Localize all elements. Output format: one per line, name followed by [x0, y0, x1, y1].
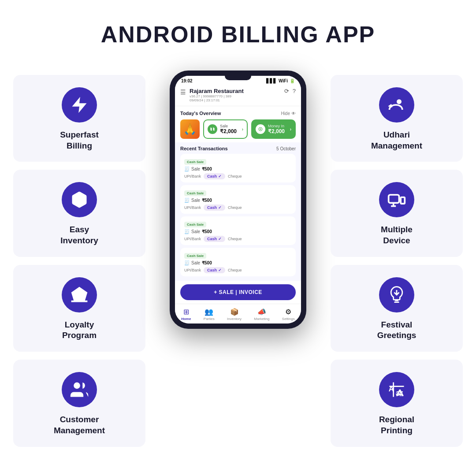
overview-section: Today's Overview Hide 👁 🙏	[175, 106, 301, 142]
tx-cheque-3: Cheque	[228, 237, 242, 241]
tx-amount-4: ₹500	[202, 260, 212, 265]
money-arrow-icon: ›	[290, 127, 291, 132]
app-version: v36.27 | 9998887770 | 389	[190, 94, 244, 98]
signal-icon: ▋▋▋	[266, 78, 277, 83]
sale-arrow-icon: ›	[242, 127, 243, 132]
tx-amount-1: ₹500	[202, 167, 212, 171]
tx-sale-row-1: 🧾 Sale ₹500	[184, 167, 292, 171]
tx-upi-2: UPI/Bank	[184, 205, 201, 210]
tx-cheque-2: Cheque	[228, 205, 242, 210]
status-time: 19:02	[181, 78, 193, 83]
nav-item-home[interactable]: ⊞ Home	[181, 308, 191, 321]
money-in-label: Money In	[268, 124, 285, 128]
multiple-device-label: MultipleDevice	[381, 224, 413, 246]
tx-amount-3: ₹500	[202, 229, 212, 234]
nav-item-parties[interactable]: 👥 Parties	[204, 308, 215, 321]
transaction-item-4[interactable]: Cash Sale 🧾 Sale ₹500 UPI/Bank Cash ✓ Ch…	[180, 248, 296, 276]
svg-point-1	[74, 291, 77, 294]
feature-card-multiple-device: MultipleDevice	[331, 170, 463, 257]
marketing-nav-icon: 📣	[257, 308, 266, 316]
nav-item-marketing[interactable]: 📣 Marketing	[254, 308, 269, 321]
easy-inventory-label: EasyInventory	[60, 224, 98, 246]
transaction-item-2[interactable]: Cash Sale 🧾 Sale ₹500 UPI/Bank Cash ✓ Ch…	[180, 185, 296, 214]
overview-cards: 🙏 Sale ₹2,000	[180, 119, 296, 139]
overview-title-row: Today's Overview Hide 👁	[180, 111, 296, 116]
transaction-item-1[interactable]: Cash Sale 🧾 Sale ₹500 UPI/Bank Cash ✓ Ch…	[180, 154, 296, 182]
sale-label: Sale	[220, 124, 237, 128]
tx-cash-selected-3: Cash ✓	[204, 236, 225, 242]
translate-icon: A आ	[379, 372, 414, 407]
sale-info: Sale ₹2,000	[220, 124, 237, 134]
app-name: Rajaram Restaurant	[190, 88, 244, 94]
cash-sale-badge-1: Cash Sale	[184, 159, 206, 165]
tx-amount-2: ₹500	[202, 198, 212, 203]
sale-amount: ₹2,000	[220, 128, 237, 134]
superfast-billing-label: SuperfastBilling	[60, 130, 99, 151]
transaction-item-3[interactable]: Cash Sale 🧾 Sale ₹500 UPI/Bank Cash ✓ Ch…	[180, 216, 296, 245]
inventory-nav-label: Inventory	[227, 317, 242, 321]
tx-upi-3: UPI/Bank	[184, 237, 201, 241]
overview-title: Today's Overview	[180, 111, 221, 116]
app-header-left: ☰ Rajaram Restaurant v36.27 | 9998887770…	[180, 88, 244, 102]
feature-card-regional-printing: A आ RegionalPrinting	[331, 360, 463, 446]
tx-upi-1: UPI/Bank	[184, 174, 201, 178]
tx-payment-row-4: UPI/Bank Cash ✓ Cheque	[184, 267, 292, 273]
page-title: ANDROID BILLING APP	[0, 0, 476, 48]
tx-sale-text-3: Sale	[191, 229, 200, 234]
money-in-card[interactable]: Money In ₹2,000 ›	[251, 119, 296, 139]
nav-item-inventory[interactable]: 📦 Inventory	[227, 308, 242, 321]
money-dot-icon	[256, 124, 265, 134]
money-in-amount: ₹2,000	[268, 128, 285, 134]
feature-card-festival-greetings: FestivalGreetings	[331, 265, 463, 352]
svg-rect-7	[389, 195, 399, 203]
sale-invoice-button[interactable]: + SALE | INVOICE	[180, 284, 296, 300]
feature-card-udhari-management: UdhariManagement	[331, 75, 463, 162]
cash-sale-badge-4: Cash Sale	[184, 253, 206, 259]
parties-nav-label: Parties	[204, 317, 215, 321]
sale-card-content: Sale ₹2,000	[208, 124, 237, 134]
loyalty-program-label: LoyaltyProgram	[62, 320, 97, 341]
regional-printing-label: RegionalPrinting	[379, 414, 414, 436]
settings-nav-label: Settings	[282, 317, 295, 321]
phone-mockup: 19:02 ▋▋▋ WiFi 🔋 ☰ Rajaram Restaurant v3…	[170, 71, 306, 329]
tx-cash-selected-1: Cash ✓	[204, 173, 225, 179]
sale-card[interactable]: Sale ₹2,000 ›	[203, 119, 248, 139]
home-nav-label: Home	[181, 317, 191, 321]
parties-nav-icon: 👥	[205, 308, 213, 316]
receipt-icon-3: 🧾	[184, 229, 190, 234]
hamburger-icon[interactable]: ☰	[180, 89, 186, 96]
tx-payment-row-3: UPI/Bank Cash ✓ Cheque	[184, 236, 292, 242]
settings-nav-icon: ⚙	[285, 308, 291, 316]
feature-card-superfast-billing: SuperfastBilling	[13, 75, 145, 162]
receipt-icon-4: 🧾	[184, 260, 190, 265]
tx-payment-row-2: UPI/Bank Cash ✓ Cheque	[184, 205, 292, 211]
feature-card-customer-management: CustomerManagement	[13, 360, 145, 446]
help-icon[interactable]: ?	[293, 88, 296, 94]
tx-cheque-1: Cheque	[228, 174, 242, 178]
tx-payment-row-1: UPI/Bank Cash ✓ Cheque	[184, 173, 292, 179]
tx-cheque-4: Cheque	[228, 268, 242, 272]
status-icons: ▋▋▋ WiFi 🔋	[266, 78, 295, 83]
left-features-column: SuperfastBilling EasyInventory LoyaltyPr…	[13, 75, 145, 447]
svg-point-2	[78, 288, 81, 290]
battery-icon: 🔋	[290, 78, 295, 83]
receipt-icon-2: 🧾	[184, 198, 190, 203]
tx-sale-row-2: 🧾 Sale ₹500	[184, 198, 292, 203]
svg-point-4	[74, 383, 80, 389]
hand-coin-icon	[379, 87, 414, 123]
overview-hide[interactable]: Hide 👁	[281, 111, 296, 116]
svg-rect-8	[401, 197, 405, 204]
tx-sale-row-3: 🧾 Sale ₹500	[184, 229, 292, 234]
cash-sale-badge-3: Cash Sale	[184, 222, 206, 227]
tx-sale-text-1: Sale	[191, 167, 200, 171]
crown-icon	[62, 277, 97, 312]
wifi-icon: WiFi	[279, 78, 288, 83]
nav-item-settings[interactable]: ⚙ Settings	[282, 308, 295, 321]
svg-point-3	[82, 291, 85, 294]
home-nav-icon: ⊞	[183, 308, 189, 316]
refresh-icon[interactable]: ⟳	[284, 88, 289, 94]
app-info: Rajaram Restaurant v36.27 | 9998887770 |…	[190, 88, 244, 102]
customer-management-label: CustomerManagement	[54, 414, 105, 436]
features-grid: SuperfastBilling EasyInventory LoyaltyPr…	[0, 75, 476, 476]
users-icon	[62, 372, 97, 407]
